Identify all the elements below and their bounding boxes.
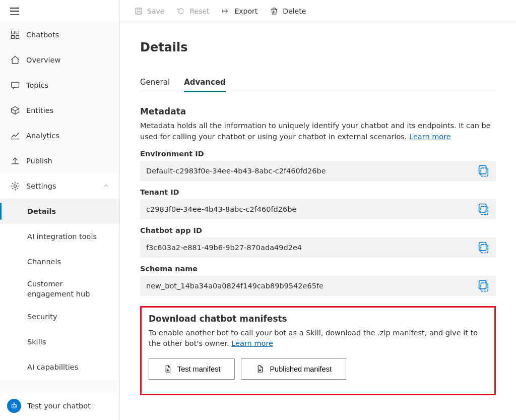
document-download-icon xyxy=(255,365,265,374)
field-tenant-id: Tenant ID c2983f0e-34ee-4b43-8abc-c2f460… xyxy=(140,188,496,219)
chevron-up-icon xyxy=(102,182,109,191)
svg-rect-0 xyxy=(12,31,15,34)
field-label: Schema name xyxy=(140,265,496,273)
subnav-skills[interactable]: Skills xyxy=(0,329,119,354)
sidebar-item-topics[interactable]: Topics xyxy=(0,73,119,98)
save-icon xyxy=(134,7,143,16)
page-title: Details xyxy=(140,40,496,54)
sidebar-item-overview[interactable]: Overview xyxy=(0,47,119,73)
copy-button[interactable] xyxy=(477,241,491,255)
subnav-label: Details xyxy=(27,207,56,215)
svg-rect-3 xyxy=(16,36,19,39)
field-value: new_bot_14ba34a0a0824f149cab89b9542e65fe xyxy=(146,282,477,290)
grid-icon xyxy=(10,30,20,40)
field-schema-name: Schema name new_bot_14ba34a0a0824f149cab… xyxy=(140,265,496,296)
field-value: f3c603a2-e881-49b6-9b27-870ada49d2e4 xyxy=(146,244,477,252)
trash-icon xyxy=(270,7,279,16)
field-row: new_bot_14ba34a0a0824f149cab89b9542e65fe xyxy=(140,276,496,296)
toolbar-label: Save xyxy=(147,7,164,15)
manifest-desc-text: To enable another bot to call your bot a… xyxy=(149,329,478,348)
button-label: Test manifest xyxy=(177,365,220,373)
svg-rect-4 xyxy=(12,82,19,87)
svg-rect-16 xyxy=(481,245,488,253)
test-chatbot-row[interactable]: Test your chatbot xyxy=(0,392,119,420)
copy-button[interactable] xyxy=(477,279,491,293)
chat-icon xyxy=(10,80,20,90)
field-label: Tenant ID xyxy=(140,188,496,196)
toolbar: Save Reset Export Delete xyxy=(120,0,516,22)
subnav-security[interactable]: Security xyxy=(0,304,119,329)
reset-icon xyxy=(176,7,185,16)
sidebar-item-entities[interactable]: Entities xyxy=(0,98,119,123)
document-download-icon xyxy=(163,365,172,374)
home-icon xyxy=(10,55,20,65)
published-manifest-button[interactable]: Published manifest xyxy=(241,358,346,380)
sidebar-item-settings[interactable]: Settings xyxy=(0,173,119,199)
export-icon xyxy=(221,7,230,16)
svg-rect-13 xyxy=(479,165,486,173)
test-manifest-button[interactable]: Test manifest xyxy=(149,358,235,380)
field-value: c2983f0e-34ee-4b43-8abc-c2f460fd26be xyxy=(146,205,477,213)
svg-rect-10 xyxy=(136,8,142,14)
toolbar-label: Reset xyxy=(189,7,209,15)
manifest-learn-more-link[interactable]: Learn more xyxy=(231,339,273,347)
sidebar-item-publish[interactable]: Publish xyxy=(0,148,119,173)
svg-rect-15 xyxy=(479,204,486,212)
tab-general[interactable]: General xyxy=(140,73,170,92)
manifest-description: To enable another bot to call your bot a… xyxy=(149,328,487,350)
subnav-label: AI capabilities xyxy=(27,363,78,371)
content: Details General Advanced Metadata Metada… xyxy=(120,22,516,420)
sidebar-item-label: Publish xyxy=(26,157,52,165)
metadata-description: Metadata holds all the information to un… xyxy=(140,121,496,143)
svg-rect-12 xyxy=(481,168,488,176)
field-label: Environment ID xyxy=(140,150,496,158)
test-chatbot-label: Test your chatbot xyxy=(27,402,91,410)
field-chatbot-app-id: Chatbot app ID f3c603a2-e881-49b6-9b27-8… xyxy=(140,226,496,258)
svg-point-8 xyxy=(15,406,16,407)
toolbar-delete-button[interactable]: Delete xyxy=(264,0,312,22)
metadata-learn-more-link[interactable]: Learn more xyxy=(409,133,451,141)
field-row: Default-c2983f0e-34ee-4b43-8abc-c2f460fd… xyxy=(140,161,496,181)
sidebar-item-chatbots[interactable]: Chatbots xyxy=(0,22,119,47)
svg-rect-14 xyxy=(481,206,488,214)
sidebar-item-label: Topics xyxy=(26,81,48,89)
tab-advanced[interactable]: Advanced xyxy=(184,73,226,92)
chart-line-icon xyxy=(10,131,20,141)
subnav-ai-capabilities[interactable]: AI capabilities xyxy=(0,354,119,380)
copy-button[interactable] xyxy=(477,202,491,216)
settings-subnav: Details AI integration tools Channels Cu… xyxy=(0,199,119,380)
sidebar-item-label: Analytics xyxy=(26,132,59,140)
upload-icon xyxy=(10,156,20,166)
sidebar-item-analytics[interactable]: Analytics xyxy=(0,123,119,148)
box-icon xyxy=(10,105,20,115)
toolbar-reset-button[interactable]: Reset xyxy=(170,0,215,22)
tabs: General Advanced xyxy=(140,73,496,92)
button-label: Published manifest xyxy=(270,365,332,373)
toolbar-save-button[interactable]: Save xyxy=(128,0,170,22)
field-label: Chatbot app ID xyxy=(140,226,496,234)
subnav-label: Customer engagement hub xyxy=(27,279,109,299)
subnav-details[interactable]: Details xyxy=(0,199,119,224)
subnav-channels[interactable]: Channels xyxy=(0,249,119,274)
manifest-title: Download chatbot manifests xyxy=(149,314,487,324)
gear-icon xyxy=(10,181,20,191)
subnav-customer-engagement-hub[interactable]: Customer engagement hub xyxy=(0,274,119,304)
field-environment-id: Environment ID Default-c2983f0e-34ee-4b4… xyxy=(140,150,496,181)
sidebar-item-label: Settings xyxy=(26,182,56,190)
svg-rect-18 xyxy=(481,283,488,291)
toolbar-export-button[interactable]: Export xyxy=(215,0,264,22)
sidebar-nav: Chatbots Overview Topics Entities Analyt xyxy=(0,22,119,392)
subnav-label: Skills xyxy=(27,338,46,346)
svg-rect-11 xyxy=(137,11,140,14)
subnav-label: Channels xyxy=(27,258,61,266)
svg-rect-1 xyxy=(16,31,19,34)
sidebar: Chatbots Overview Topics Entities Analyt xyxy=(0,0,120,420)
toolbar-label: Export xyxy=(234,7,257,15)
svg-point-7 xyxy=(13,406,14,407)
svg-rect-2 xyxy=(12,36,15,39)
toolbar-label: Delete xyxy=(283,7,306,15)
hamburger-menu-button[interactable] xyxy=(10,6,20,16)
copy-button[interactable] xyxy=(477,164,491,178)
svg-rect-17 xyxy=(479,242,486,250)
subnav-ai-integration[interactable]: AI integration tools xyxy=(0,224,119,249)
